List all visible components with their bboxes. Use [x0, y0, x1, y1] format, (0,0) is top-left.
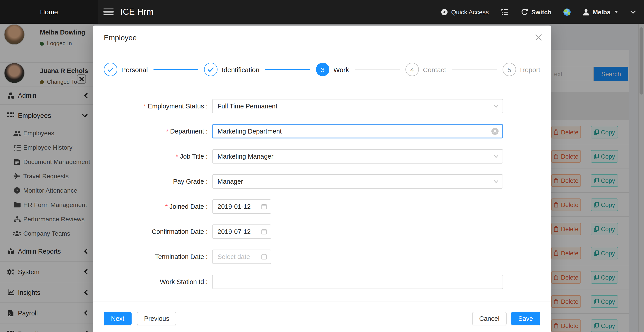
field-label: Work Station Id: [104, 278, 208, 285]
top-navbar: Home ICE Hrm Quick Access: [0, 0, 644, 24]
wizard-steps: Personal Identification 3 Work 4 Contact: [93, 50, 551, 76]
step-contact[interactable]: 4 Contact: [406, 63, 446, 76]
field-label: Termination Date: [104, 253, 208, 260]
navbar-actions: Quick Access Switch: [441, 8, 644, 16]
step-report[interactable]: 5 Report: [502, 63, 540, 76]
calendar-icon: [261, 254, 267, 260]
form-row-joined-date: Joined Date 2019-01-12: [104, 199, 540, 214]
modal-title: Employee: [104, 33, 137, 42]
switch-button[interactable]: Switch: [521, 8, 551, 16]
work-station-id-input[interactable]: [212, 275, 503, 289]
step-connector: [154, 69, 198, 70]
compass-icon: [441, 8, 448, 16]
step-work[interactable]: 3 Work: [316, 63, 349, 76]
app-root: Home ICE Hrm Quick Access: [0, 0, 644, 332]
navbar-collapse-chevron[interactable]: [630, 10, 636, 14]
step-personal[interactable]: Personal: [104, 63, 148, 76]
app-brand[interactable]: ICE Hrm: [120, 7, 154, 17]
form-row-department: Department Marketing Department: [104, 124, 540, 138]
nav-home-link[interactable]: Home: [0, 0, 98, 24]
tasks-icon[interactable]: [501, 8, 509, 16]
employee-modal: Employee Personal Identification 3: [93, 26, 551, 332]
department-select[interactable]: Marketing Department: [212, 124, 503, 138]
close-icon[interactable]: [535, 34, 542, 41]
chevron-down-icon: [494, 105, 498, 108]
save-button[interactable]: Save: [511, 312, 540, 325]
field-label: Confirmation Date: [104, 228, 208, 235]
step-number: 3: [316, 63, 330, 76]
user-icon: [583, 8, 590, 16]
check-icon: [204, 63, 218, 76]
form-row-work-station-id: Work Station Id: [104, 275, 540, 289]
job-title-select[interactable]: Marketing Manager: [212, 149, 503, 163]
chevron-down-icon: [494, 155, 498, 158]
user-menu[interactable]: Melba: [583, 8, 618, 16]
step-connector: [452, 69, 497, 70]
calendar-icon: [261, 204, 267, 210]
field-label: Job Title: [104, 153, 208, 160]
form-row-job-title: Job Title Marketing Manager: [104, 149, 540, 163]
check-icon: [104, 63, 117, 76]
field-label: Joined Date: [104, 203, 208, 210]
step-connector: [355, 69, 400, 70]
form-row-confirmation-date: Confirmation Date 2019-07-12: [104, 225, 540, 239]
confirmation-date-picker[interactable]: 2019-07-12: [212, 225, 271, 239]
modal-footer: Next Previous Cancel Save: [93, 301, 551, 325]
next-button[interactable]: Next: [104, 312, 132, 325]
clear-icon[interactable]: [492, 128, 498, 135]
language-globe-icon[interactable]: [564, 8, 571, 16]
joined-date-picker[interactable]: 2019-01-12: [212, 199, 271, 214]
hamburger-icon[interactable]: [104, 9, 114, 16]
cancel-button[interactable]: Cancel: [472, 312, 506, 325]
pay-grade-select[interactable]: Manager: [212, 174, 503, 189]
employment-status-select[interactable]: Full Time Permanent: [212, 99, 503, 113]
quick-access-button[interactable]: Quick Access: [441, 8, 489, 16]
form-row-termination-date: Termination Date Select date: [104, 250, 540, 264]
form-row-pay-grade: Pay Grade Manager: [104, 174, 540, 189]
step-connector: [265, 69, 310, 70]
step-number: 5: [502, 63, 516, 76]
switch-icon: [521, 8, 528, 16]
field-label: Employment Status: [104, 103, 208, 110]
modal-header: Employee: [93, 26, 551, 50]
caret-down-icon: [614, 11, 618, 13]
termination-date-picker[interactable]: Select date: [212, 250, 271, 264]
chevron-down-icon: [494, 180, 498, 183]
step-number: 4: [406, 63, 419, 76]
work-form: Employment Status Full Time Permanent De…: [93, 91, 551, 289]
form-row-employment-status: Employment Status Full Time Permanent: [104, 99, 540, 113]
step-identification[interactable]: Identification: [204, 63, 259, 76]
field-label: Department: [104, 128, 208, 135]
field-label: Pay Grade: [104, 178, 208, 185]
calendar-icon: [261, 229, 267, 235]
previous-button[interactable]: Previous: [137, 312, 176, 325]
